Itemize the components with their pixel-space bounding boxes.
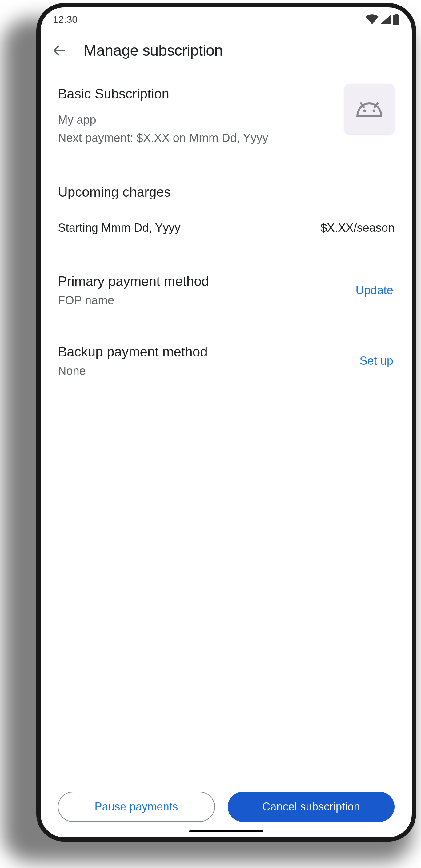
svg-point-0 [363, 110, 366, 112]
svg-point-1 [373, 110, 376, 112]
upcoming-charges-section: Upcoming charges Starting Mmm Dd, Yyyy $… [58, 166, 394, 252]
status-icons [366, 14, 399, 25]
phone-screen: 12:30 Manage subscription Basic Subscrip… [36, 3, 416, 841]
backup-payment-label: Backup payment method [58, 344, 208, 360]
subscription-name: Basic Subscription [58, 86, 344, 101]
android-icon [355, 100, 383, 118]
charge-start: Starting Mmm Dd, Yyyy [58, 221, 180, 235]
update-button[interactable]: Update [354, 281, 394, 300]
header: Manage subscription [41, 29, 412, 72]
wifi-icon [366, 14, 379, 24]
charge-row: Starting Mmm Dd, Yyyy $X.XX/season [58, 221, 394, 252]
pause-payments-button[interactable]: Pause payments [58, 792, 215, 822]
upcoming-charges-title: Upcoming charges [58, 184, 394, 200]
primary-payment-value: FOP name [58, 294, 209, 307]
page-title: Manage subscription [84, 41, 223, 59]
status-bar: 12:30 [41, 7, 412, 29]
backup-payment-row: Backup payment method None Set up [58, 313, 394, 384]
charge-price: $X.XX/season [320, 221, 394, 235]
primary-payment-row: Primary payment method FOP name Update [58, 252, 394, 313]
bottom-actions: Pause payments Cancel subscription [41, 792, 412, 822]
subscription-summary: Basic Subscription My app Next payment: … [58, 72, 394, 166]
next-payment: Next payment: $X.XX on Mmm Dd, Yyyy [58, 129, 344, 147]
status-time: 12:30 [53, 14, 77, 25]
setup-button[interactable]: Set up [358, 352, 394, 370]
back-button[interactable] [50, 41, 68, 60]
backup-payment-value: None [58, 365, 208, 378]
primary-payment-label: Primary payment method [58, 274, 209, 289]
nav-handle[interactable] [189, 830, 263, 832]
arrow-back-icon [52, 43, 66, 58]
battery-icon [393, 14, 399, 25]
cellular-icon [380, 14, 391, 24]
app-icon [344, 84, 394, 134]
app-name: My app [58, 111, 344, 129]
cancel-subscription-button[interactable]: Cancel subscription [228, 792, 394, 822]
